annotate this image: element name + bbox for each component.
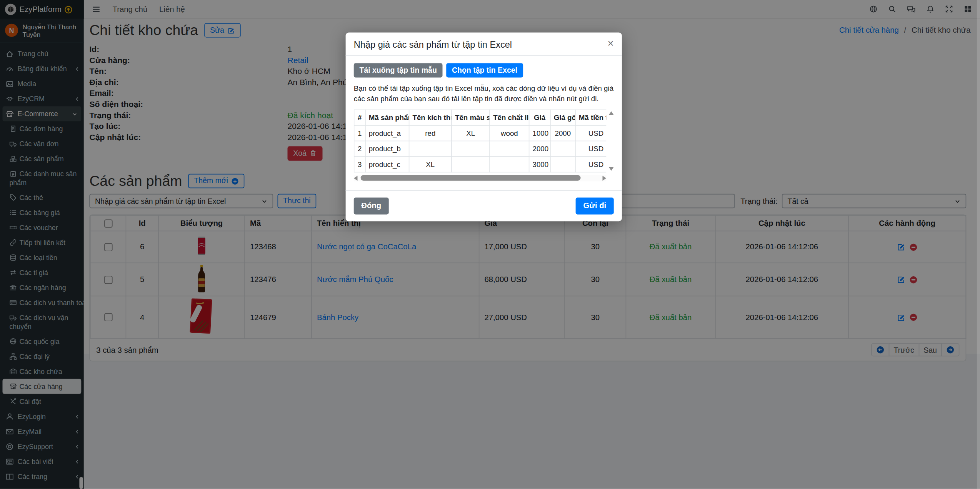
preview-cell [452, 156, 490, 172]
preview-cell [550, 141, 575, 157]
preview-cell: XL [452, 125, 490, 141]
preview-cell [452, 141, 490, 157]
preview-table: # Mã sản phẩm Tên kích thước Tên màu sắc… [354, 109, 607, 172]
preview-cell [409, 141, 452, 157]
scroll-left-icon[interactable] [354, 175, 358, 180]
preview-row: 2 product_b 2000 USD [354, 141, 607, 157]
preview-cell: red [409, 125, 452, 141]
preview-col-original-price: Giá gốc [550, 109, 575, 125]
preview-cell: wood [490, 125, 529, 141]
preview-col-size: Tên kích thước [409, 109, 452, 125]
preview-cell: 1 [354, 125, 365, 141]
scroll-up-icon[interactable] [609, 111, 614, 115]
preview-cell: 3000 [529, 156, 550, 172]
preview-col-index: # [354, 109, 365, 125]
preview-cell [490, 156, 529, 172]
preview-header-row: # Mã sản phẩm Tên kích thước Tên màu sắc… [354, 109, 607, 125]
preview-cell: 2000 [529, 141, 550, 157]
modal-close-button[interactable]: Đóng [354, 197, 389, 214]
preview-table-wrap: # Mã sản phẩm Tên kích thước Tên màu sắc… [354, 109, 614, 172]
preview-cell: 1000 [529, 125, 550, 141]
preview-cell: USD [575, 141, 606, 157]
choose-excel-button[interactable]: Chọn tập tin Excel [446, 63, 523, 77]
preview-col-material: Tên chất liệu [490, 109, 529, 125]
scroll-down-icon[interactable] [609, 167, 614, 170]
preview-cell: 2 [354, 141, 365, 157]
preview-cell [490, 141, 529, 157]
modal-submit-button[interactable]: Gửi đi [576, 197, 614, 214]
preview-cell [550, 156, 575, 172]
scrollbar-thumb[interactable] [361, 175, 581, 180]
preview-col-color: Tên màu sắc [452, 109, 490, 125]
preview-cell: 3 [354, 156, 365, 172]
app-window: EzyPlatform N Nguyễn Thị Thanh Tuyền Tra… [0, 0, 980, 489]
modal-header: Nhập giá các sản phẩm từ tập tin Excel × [346, 33, 622, 56]
page-scrollbar[interactable] [977, 0, 980, 489]
preview-cell: product_b [365, 141, 409, 157]
preview-row: 3 product_c XL 3000 USD [354, 156, 607, 172]
download-template-button[interactable]: Tải xuống tập tin mẫu [354, 63, 443, 77]
preview-cell: 2000 [550, 125, 575, 141]
preview-col-currency: Mã tiền tệ chuẩn [575, 109, 606, 125]
preview-cell: product_c [365, 156, 409, 172]
import-excel-modal: Nhập giá các sản phẩm từ tập tin Excel ×… [346, 33, 622, 221]
modal-title: Nhập giá các sản phẩm từ tập tin Excel [354, 39, 512, 49]
preview-col-product-code: Mã sản phẩm [365, 109, 409, 125]
preview-cell: product_a [365, 125, 409, 141]
preview-cell: XL [409, 156, 452, 172]
preview-cell: USD [575, 125, 606, 141]
preview-row: 1 product_a red XL wood 1000 2000 USD [354, 125, 607, 141]
modal-description: Bạn có thể tải tập xuống tập tin Excel m… [354, 83, 614, 105]
preview-col-price: Giá [529, 109, 550, 125]
modal-footer: Đóng Gửi đi [346, 190, 622, 221]
scroll-right-icon[interactable] [603, 175, 607, 180]
close-icon[interactable]: × [608, 39, 614, 48]
preview-cell: USD [575, 156, 606, 172]
modal-body: Tải xuống tập tin mẫu Chọn tập tin Excel… [346, 56, 622, 185]
horizontal-scrollbar [354, 175, 607, 181]
